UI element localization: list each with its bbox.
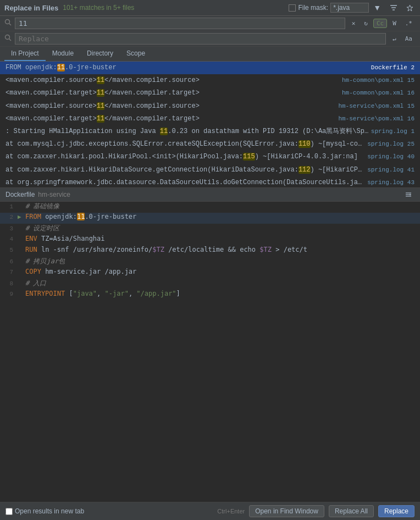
svg-point-3 [5, 20, 10, 24]
result-text: at com.mysql.cj.jdbc.exceptions.SQLError… [5, 139, 365, 150]
open-results-checkbox[interactable] [5, 508, 13, 515]
replace-prev-btn[interactable]: ↵ [389, 34, 400, 43]
file-mask-dropdown[interactable]: ▼ [371, 2, 383, 13]
line-number: 9 [0, 291, 18, 297]
search-regex-btn[interactable]: .* [402, 19, 416, 28]
results-list: FROM openjdk:11.0-jre-buster Dockerfile … [0, 62, 420, 188]
result-filename: hm-service\pom.xml 16 [338, 114, 415, 124]
code-line: 8 # 入口 [0, 279, 420, 290]
filter-icon[interactable] [388, 3, 400, 13]
match-highlight: 11 [160, 128, 168, 135]
svg-line-4 [9, 24, 12, 26]
toolbar-title: Replace in Files [4, 4, 58, 12]
match-highlight: 11 [97, 89, 104, 97]
line-number: 2 [0, 214, 18, 220]
pin-icon[interactable] [404, 3, 416, 13]
result-item[interactable]: : Starting HMallApplication using Java 1… [0, 125, 420, 138]
code-line: 6 # 拷贝jar包 [0, 257, 420, 268]
code-line: 7 COPY hm-service.jar /app.jar [0, 268, 420, 279]
result-filename: spring.log 41 [367, 165, 415, 175]
result-text: at com.zaxxer.hikari.pool.HikariPool.<in… [5, 152, 365, 162]
search-case-btn[interactable]: Cc [373, 19, 387, 28]
result-item[interactable]: at com.zaxxer.hikari.HikariDataSource.ge… [0, 164, 420, 176]
tabs-row: In Project Module Directory Scope [0, 47, 420, 62]
result-text: at com.zaxxer.hikari.HikariDataSource.ge… [5, 165, 365, 175]
replace-btn[interactable]: Replace [378, 505, 415, 517]
line-code: # 拷贝jar包 [25, 257, 420, 266]
result-text: <maven.compiler.source>11</maven.compile… [5, 75, 340, 86]
code-header: Dockerfile hm-service [0, 188, 420, 202]
search-refresh-btn[interactable]: ↻ [361, 19, 371, 28]
match-highlight: 110 [299, 140, 311, 148]
result-item[interactable]: at com.mysql.cj.jdbc.exceptions.SQLError… [0, 138, 420, 151]
code-line: 5 RUN ln -snf /usr/share/zoneinfo/$TZ /e… [0, 246, 420, 257]
replace-input[interactable] [15, 33, 386, 45]
code-menu-icon[interactable] [402, 190, 415, 200]
code-line: 9 ENTRYPOINT ["java", "-jar", "/app.jar"… [0, 290, 420, 301]
result-text: <maven.compiler.source>11</maven.compile… [5, 101, 336, 112]
line-code: ENTRYPOINT ["java", "-jar", "/app.jar"] [25, 290, 420, 297]
result-filename: Dockerfile 2 [371, 63, 415, 73]
line-code: COPY hm-service.jar /app.jar [25, 268, 420, 275]
line-code: # 设定时区 [25, 224, 420, 233]
result-filename: spring.log 40 [367, 152, 415, 162]
result-text: : Starting HMallApplication using Java 1… [5, 126, 369, 137]
line-number: 3 [0, 225, 18, 232]
search-icon [4, 19, 12, 28]
tab-in-project[interactable]: In Project [4, 47, 46, 61]
file-mask-input[interactable] [330, 3, 369, 13]
result-item[interactable]: at org.springframework.jdbc.datasource.D… [0, 176, 420, 188]
result-item[interactable]: FROM openjdk:11.0-jre-buster Dockerfile … [0, 62, 420, 74]
result-text: <maven.compiler.target>11</maven.compile… [5, 114, 336, 124]
search-row: ✕ ↻ Cc W .* [0, 16, 420, 31]
code-filename: Dockerfile [5, 191, 35, 198]
result-filename: hm-common\pom.xml 16 [342, 88, 415, 98]
result-filename: spring.log 43 [367, 178, 415, 188]
line-code: # 入口 [25, 279, 420, 288]
tab-module[interactable]: Module [46, 47, 80, 61]
search-word-btn[interactable]: W [389, 19, 400, 28]
code-line: 1 # 基础镜像 [0, 202, 420, 213]
search-clear-btn[interactable]: ✕ [349, 19, 359, 28]
match-highlight: 11 [97, 76, 104, 84]
code-line-active: 2 ▶ FROM openjdk:11.0-jre-buster [0, 213, 420, 224]
line-number: 6 [0, 258, 18, 265]
code-area: Dockerfile hm-service 1 # 基础镜像 2 ▶ FROM … [0, 188, 420, 502]
line-number: 7 [0, 269, 18, 275]
replace-icon [4, 34, 12, 43]
line-number: 1 [0, 203, 18, 210]
svg-line-6 [9, 39, 12, 41]
open-find-window-btn[interactable]: Open in Find Window [249, 505, 324, 517]
shortcut-label: Ctrl+Enter [217, 508, 245, 515]
open-results-checkbox-area[interactable]: Open results in new tab [5, 507, 84, 515]
replace-row: ↵ Aa [0, 31, 420, 47]
result-text: at org.springframework.jdbc.datasource.D… [5, 178, 365, 188]
result-item[interactable]: <maven.compiler.source>11</maven.compile… [0, 100, 420, 113]
result-item[interactable]: at com.zaxxer.hikari.pool.HikariPool.<in… [0, 151, 420, 163]
line-number: 4 [0, 236, 18, 242]
match-highlight: 11 [97, 115, 104, 123]
line-code: ENV TZ=Asia/Shanghai [25, 235, 420, 242]
match-highlight: 112 [299, 166, 311, 174]
result-item[interactable]: <maven.compiler.source>11</maven.compile… [0, 74, 420, 87]
replace-all-btn[interactable]: Replace All [329, 505, 374, 517]
code-line: 4 ENV TZ=Asia/Shanghai [0, 235, 420, 246]
file-mask-checkbox[interactable] [289, 4, 296, 12]
result-item[interactable]: <maven.compiler.target>11</maven.compile… [0, 87, 420, 99]
svg-point-5 [5, 35, 10, 40]
tab-directory[interactable]: Directory [80, 47, 120, 61]
result-filename: spring.log 1 [371, 127, 415, 137]
tab-scope[interactable]: Scope [120, 47, 152, 61]
result-filename: hm-service\pom.xml 15 [338, 102, 415, 112]
search-input[interactable] [15, 18, 345, 29]
toolbar: Replace in Files 101+ matches in 5+ file… [0, 0, 420, 16]
result-text: FROM openjdk:11.0-jre-buster [5, 63, 369, 73]
line-code: RUN ln -snf /usr/share/zoneinfo/$TZ /etc… [25, 246, 420, 253]
file-mask-label: File mask: [298, 4, 328, 12]
result-item[interactable]: <maven.compiler.target>11</maven.compile… [0, 113, 420, 125]
match-count: 101+ matches in 5+ files [63, 4, 134, 12]
match-highlight: 11 [97, 102, 104, 110]
exec-arrow: ▶ [18, 213, 25, 221]
bottom-bar: Open results in new tab Ctrl+Enter Open … [0, 502, 420, 520]
replace-match-case-btn[interactable]: Aa [402, 34, 416, 43]
